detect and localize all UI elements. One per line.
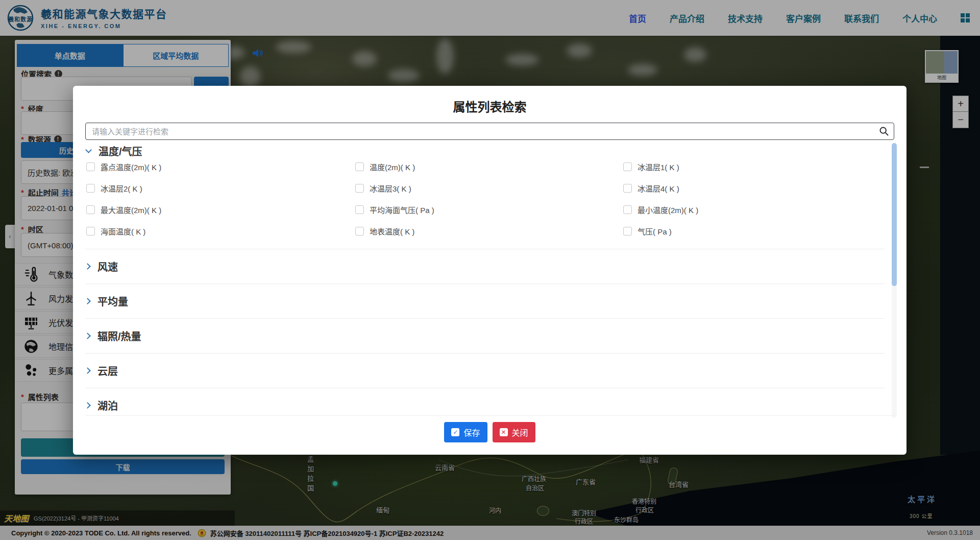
checkbox[interactable] xyxy=(86,184,95,193)
save-button[interactable]: ✓ 保存 xyxy=(444,422,487,442)
group-cloud-layer[interactable]: 云层 xyxy=(85,353,885,388)
attr-option[interactable]: 平均海面气压( Pa ) xyxy=(355,204,623,215)
attr-option[interactable]: 温度(2m)( K ) xyxy=(355,161,623,172)
chevron-right-icon xyxy=(85,367,91,374)
search-icon[interactable] xyxy=(879,126,889,136)
checkbox[interactable] xyxy=(355,227,364,236)
checkbox[interactable] xyxy=(86,205,95,214)
group-lakes[interactable]: 湖泊 xyxy=(85,388,885,418)
attribute-groups-list: 温度/气压 露点温度(2m)( K ) 温度(2m)( K ) 冰温层1( K … xyxy=(85,143,885,418)
chevron-down-icon xyxy=(85,147,92,153)
attr-option[interactable]: 冰温层1( K ) xyxy=(623,161,885,172)
chevron-right-icon xyxy=(85,402,91,409)
chevron-right-icon xyxy=(85,263,91,270)
attr-option[interactable]: 地表温度( K ) xyxy=(355,226,623,237)
close-icon: ✕ xyxy=(500,428,508,436)
chevron-right-icon xyxy=(85,298,91,304)
modal-title: 属性列表检索 xyxy=(73,97,906,115)
modal-scrollbar[interactable] xyxy=(892,143,897,418)
attr-option[interactable]: 最小温度(2m)( K ) xyxy=(623,204,885,215)
checkbox[interactable] xyxy=(623,227,632,236)
checkbox[interactable] xyxy=(355,184,364,193)
scrollbar-thumb[interactable] xyxy=(892,143,897,286)
app-root: 云南省 广西壮族 自治区 广东省 福建省 台湾省 香港特别 行政区 澳门特别 行… xyxy=(0,0,980,540)
attr-option[interactable]: 冰温层2( K ) xyxy=(86,183,355,194)
checkbox-grid: 露点温度(2m)( K ) 温度(2m)( K ) 冰温层1( K ) 冰温层2… xyxy=(85,158,885,249)
attr-option[interactable]: 最大温度(2m)( K ) xyxy=(86,204,355,215)
close-button[interactable]: ✕ 关闭 xyxy=(493,422,535,442)
attr-option[interactable]: 露点温度(2m)( K ) xyxy=(86,161,355,172)
checkbox[interactable] xyxy=(623,162,632,171)
checkbox-checked-icon: ✓ xyxy=(451,428,459,436)
chevron-right-icon xyxy=(85,333,91,339)
checkbox[interactable] xyxy=(86,162,95,171)
modal-footer: ✓ 保存 ✕ 关闭 xyxy=(85,415,894,442)
group-wind-speed[interactable]: 风速 xyxy=(85,249,885,284)
attr-option[interactable]: 冰温层3( K ) xyxy=(355,183,623,194)
group-header[interactable]: 温度/气压 xyxy=(85,143,885,158)
checkbox[interactable] xyxy=(623,205,632,214)
attr-option[interactable]: 气压( Pa ) xyxy=(623,226,885,237)
attribute-list-modal: 属性列表检索 温度/气压 露点温度(2m)( K ) 温度(2m)( K ) 冰… xyxy=(73,86,906,455)
attr-option[interactable]: 冰温层4( K ) xyxy=(623,183,885,194)
checkbox[interactable] xyxy=(86,227,95,236)
checkbox[interactable] xyxy=(355,205,364,214)
checkbox[interactable] xyxy=(355,162,364,171)
group-irradiance-heat[interactable]: 辐照/热量 xyxy=(85,318,885,353)
group-temperature-pressure: 温度/气压 露点温度(2m)( K ) 温度(2m)( K ) 冰温层1( K … xyxy=(85,143,885,249)
group-averages[interactable]: 平均量 xyxy=(85,284,885,318)
checkbox[interactable] xyxy=(623,184,632,193)
attribute-search-input[interactable] xyxy=(85,123,894,140)
attr-option[interactable]: 海面温度( K ) xyxy=(86,226,355,237)
